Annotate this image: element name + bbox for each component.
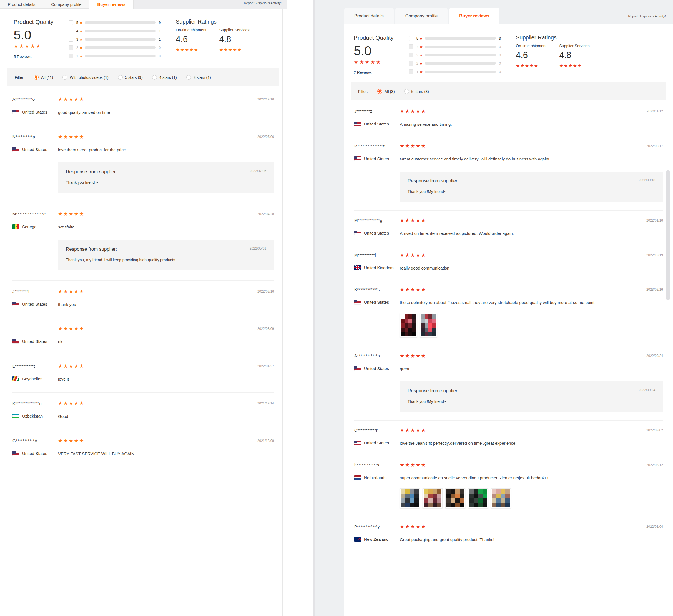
filter-option[interactable]: With photos/videos (1)	[62, 75, 108, 80]
us-flag-icon	[12, 339, 19, 344]
reviewer-name: R***************o	[354, 143, 400, 149]
review-photo-thumbnail[interactable]	[491, 488, 511, 508]
report-suspicious-link[interactable]: Report Suspicious Activity!	[628, 14, 666, 18]
rating-bars: 5★34★03★02★01★0	[409, 34, 504, 77]
radio-icon[interactable]	[118, 75, 123, 80]
supplier-rating-stars: ★★★★★	[559, 63, 590, 68]
review-body: ★★★★★2023/02/16these definitely run abou…	[400, 287, 663, 338]
review-photo-thumbnail[interactable]	[420, 313, 437, 338]
filter-option[interactable]: 3 stars (1)	[186, 75, 211, 80]
supplier-response: Response from supplier:2022/05/01Thank y…	[58, 240, 274, 270]
rating-bars: 5★94★13★12★01★0	[68, 19, 164, 61]
review-stars: ★★★★★	[400, 524, 426, 529]
reviewer-block: G***********AUnited States	[12, 438, 58, 457]
us-flag-icon	[354, 231, 361, 235]
us-flag-icon	[12, 451, 19, 456]
star-filter-checkbox[interactable]	[409, 61, 413, 66]
tab-company-profile[interactable]: Company profile	[43, 0, 89, 9]
rating-bar-row: 1★0	[68, 53, 164, 59]
supplier-response-head: Response from supplier:2022/05/01	[66, 247, 266, 252]
supplier-response-title: Response from supplier:	[66, 247, 117, 252]
star-filter-checkbox[interactable]	[409, 69, 413, 74]
reviewer-block: M****************eSenegal	[12, 212, 58, 270]
supplier-response-date: 2022/07/06	[250, 169, 266, 175]
tab-buyer-reviews[interactable]: Buyer reviews	[89, 0, 134, 9]
left-review-panel: Product detailsCompany profileBuyer revi…	[0, 0, 286, 616]
review-photo-thumbnail[interactable]	[423, 488, 443, 508]
review-text: Good	[58, 413, 274, 420]
review-date: 2022/01/27	[257, 364, 274, 368]
radio-icon[interactable]	[62, 75, 67, 80]
bar-count: 9	[159, 21, 164, 25]
product-quality-block: Product Quality5.0★★★★★2 Reviews	[354, 34, 409, 77]
product-quality-block: Product Quality5.0★★★★★5 Reviews	[14, 19, 68, 61]
review-head: ★★★★★2021/12/08	[58, 438, 274, 443]
star-filter-checkbox[interactable]	[409, 53, 413, 57]
tab-company-profile[interactable]: Company profile	[395, 8, 448, 24]
bar-track	[425, 70, 496, 73]
sc-flag-icon	[12, 376, 19, 381]
filter-option-label: 3 stars (1)	[194, 75, 211, 80]
reviewer-location: New Zealand	[354, 537, 400, 542]
review-stars: ★★★★★	[58, 326, 85, 331]
product-quality-score: 5.0	[354, 43, 409, 58]
us-flag-icon	[354, 300, 361, 305]
review-photos	[400, 488, 663, 508]
reviewer-name	[12, 326, 58, 331]
rating-bar-row: 4★0	[409, 44, 504, 50]
filter-option[interactable]: All (11)	[34, 75, 53, 80]
review-date: 2022/12/19	[646, 253, 663, 257]
star-filter-checkbox[interactable]	[68, 54, 73, 58]
supplier-rating-items: On-time shipment4.6★★★★★Supplier Service…	[516, 44, 664, 68]
review-photo-thumbnail[interactable]	[445, 488, 465, 508]
review-date: 2022/01/16	[646, 218, 663, 222]
vertical-divider	[167, 20, 167, 57]
review-text: Great packaging and great quality produc…	[400, 537, 663, 543]
radio-icon[interactable]	[152, 75, 157, 80]
star-filter-checkbox[interactable]	[68, 29, 73, 33]
reviewer-name: A**********o	[12, 97, 58, 102]
star-icon: ★	[79, 45, 83, 50]
us-flag-icon	[12, 110, 19, 114]
review-photo-thumbnail[interactable]	[400, 488, 420, 508]
star-filter-checkbox[interactable]	[409, 36, 413, 41]
tab-bar: Product detailsCompany profileBuyer revi…	[344, 8, 673, 24]
vertical-scrollbar-thumb[interactable]	[666, 170, 670, 300]
review-stars: ★★★★★	[58, 289, 85, 294]
review-text: Great customer service and timely delive…	[400, 156, 663, 163]
tab-buyer-reviews[interactable]: Buyer reviews	[449, 8, 499, 24]
radio-icon[interactable]	[377, 89, 382, 94]
filter-option[interactable]: 5 stars (3)	[404, 89, 429, 94]
review-head: ★★★★★2022/03/12	[400, 463, 663, 468]
supplier-rating-label: Supplier Services	[559, 44, 590, 48]
bar-star-number: 2	[416, 61, 418, 65]
star-filter-checkbox[interactable]	[409, 44, 413, 49]
review-body: ★★★★★2022/09/17Great customer service an…	[400, 143, 663, 202]
review-body: ★★★★★2022/01/16Arrived on time, item rec…	[400, 218, 663, 237]
radio-icon[interactable]	[34, 75, 39, 80]
star-icons: ★★★★★	[58, 134, 85, 139]
reviewer-location: United States	[354, 440, 400, 445]
filter-option[interactable]: All (3)	[377, 89, 395, 94]
radio-icon[interactable]	[404, 89, 409, 94]
review-stars: ★★★★★	[400, 428, 426, 433]
report-suspicious-link[interactable]: Report Suspicious Activity!	[244, 1, 281, 5]
bar-track	[425, 37, 496, 40]
tab-product-details[interactable]: Product details	[0, 0, 43, 9]
review-photo-thumbnail[interactable]	[468, 488, 488, 508]
radio-icon[interactable]	[186, 75, 191, 80]
star-filter-checkbox[interactable]	[68, 45, 73, 50]
filter-option[interactable]: 5 stars (9)	[118, 75, 143, 80]
star-filter-checkbox[interactable]	[68, 20, 73, 25]
supplier-rating-stars: ★★★★★	[176, 47, 206, 52]
review-photo-thumbnail[interactable]	[400, 313, 417, 338]
review-date: 2022/03/12	[646, 463, 663, 467]
star-icons: ★★★★★	[58, 438, 85, 443]
review-head: ★★★★★2022/03/02	[400, 428, 663, 433]
review-item: B************sUnited States★★★★★2023/02/…	[354, 280, 663, 346]
tab-product-details[interactable]: Product details	[344, 8, 394, 24]
star-filter-checkbox[interactable]	[68, 37, 73, 42]
filter-option[interactable]: 4 stars (1)	[152, 75, 177, 80]
reviewer-location: United States	[12, 147, 58, 152]
review-body: ★★★★★2021/12/08VERY FAST SERVICE WILL BU…	[58, 438, 274, 457]
